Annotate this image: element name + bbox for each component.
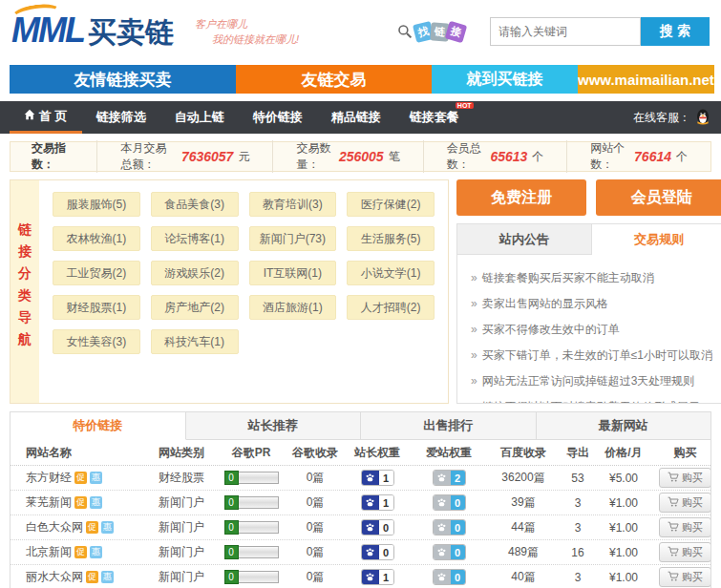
nav-item-label: 自动上链 — [175, 109, 224, 126]
pr-bar — [239, 496, 279, 509]
google-index-count: 0篇 — [287, 470, 343, 486]
nav-item-label: 首 页 — [39, 108, 68, 125]
search-button[interactable]: 搜 索 — [641, 17, 710, 46]
nav-item-auto-link[interactable]: 自动上链 — [160, 101, 239, 134]
category-button[interactable]: 工业贸易(2) — [53, 261, 140, 285]
buy-button[interactable]: 购买 — [659, 468, 711, 488]
price-per-month: ¥1.00 — [595, 546, 652, 559]
stat-unit: 个 — [532, 149, 543, 165]
stat-trade-count: 交易数量： 256005 笔 — [272, 140, 422, 173]
paw-icon — [434, 495, 451, 510]
rule-bullet-icon: » — [471, 323, 477, 336]
site-category: 新闻门户 — [148, 544, 215, 560]
category-button[interactable]: 游戏娱乐(2) — [151, 261, 239, 285]
tag-connect-icon: 接 — [445, 20, 468, 43]
login-button[interactable]: 会员登陆 — [596, 179, 721, 216]
category-button[interactable]: 新闻门户(73) — [249, 226, 337, 251]
promo-banner: 友情链接买卖 友链交易 就到买链接 www.maimailian.net — [10, 65, 711, 94]
google-index-count: 0篇 — [287, 519, 343, 536]
rule-item[interactable]: »卖家出售网站的显示风格 — [471, 296, 712, 312]
category-button[interactable]: 酒店旅游(1) — [249, 295, 337, 320]
rule-bullet-icon: » — [471, 400, 477, 404]
tab-newest-sites[interactable]: 最新网站 — [537, 412, 711, 439]
register-button[interactable]: 免费注册 — [456, 179, 586, 216]
tab-special-links[interactable]: 特价链接 — [11, 412, 186, 440]
category-button[interactable]: 论坛博客(1) — [151, 226, 239, 251]
site-name-link[interactable]: 白色大众网 — [26, 519, 83, 536]
paw-icon — [362, 570, 379, 584]
site-category: 新闻门户 — [148, 569, 215, 585]
pr-bar — [239, 546, 279, 558]
stat-value: 256005 — [339, 149, 384, 164]
tab-trade-rules[interactable]: 交易规则 — [591, 224, 721, 255]
rule-item[interactable]: »网站无法正常访问或掉链超过3天处理规则 — [471, 373, 712, 389]
nav-item-link-packages[interactable]: 链接套餐 HOT — [395, 101, 474, 134]
site-name-link[interactable]: 丽水大众网 — [26, 569, 83, 585]
buy-button[interactable]: 购买 — [659, 567, 711, 587]
category-button[interactable]: 生活服务(5) — [347, 226, 435, 251]
aizhan-weight-badge: 2 — [433, 470, 466, 486]
banner-segment-link-trade[interactable]: 友链交易 — [236, 65, 432, 94]
site-name-link[interactable]: 莱芜新闻 — [26, 494, 72, 511]
tab-sales-ranking[interactable]: 出售排行 — [361, 412, 537, 439]
category-button[interactable]: IT互联网(1) — [249, 261, 337, 285]
site-category: 新闻门户 — [148, 519, 215, 536]
stat-unit: 元 — [238, 149, 249, 165]
category-button[interactable]: 科技汽车(1) — [151, 329, 239, 354]
nav-item-home[interactable]: 首 页 — [10, 101, 82, 134]
category-button[interactable]: 小说文学(1) — [347, 261, 435, 285]
category-button[interactable]: 教育培训(3) — [249, 192, 337, 217]
promo-badge-icon: 促 — [74, 546, 87, 558]
home-icon — [24, 109, 35, 123]
category-button[interactable]: 人才招聘(2) — [347, 295, 435, 320]
pr-value: 0 — [224, 545, 239, 559]
promo-badge-icon: 促 — [74, 496, 87, 509]
qq-penguin-icon — [694, 108, 711, 128]
nav-item-link-filter[interactable]: 链接筛选 — [82, 101, 160, 134]
category-button[interactable]: 房产地产(2) — [151, 295, 239, 320]
category-button[interactable]: 女性美容(3) — [53, 329, 140, 354]
search-input[interactable] — [490, 17, 641, 46]
outbound-count: 16 — [561, 546, 595, 559]
nav-item-special-links[interactable]: 特价链接 — [239, 101, 317, 134]
online-service[interactable]: 在线客服： — [633, 101, 711, 134]
banner-segment-site-url[interactable]: www.maimailian.net — [578, 65, 714, 94]
rule-item[interactable]: »链接套餐购买后买家不能主动取消 — [471, 270, 712, 286]
site-logo[interactable]: MML 买卖链 — [11, 10, 174, 52]
category-button[interactable]: 农林牧渔(1) — [53, 226, 140, 251]
tab-site-announcements[interactable]: 站内公告 — [457, 224, 591, 255]
category-button[interactable]: 食品美食(3) — [151, 192, 239, 217]
rule-bullet-icon: » — [471, 271, 477, 284]
rule-item[interactable]: »链接不得以以下对搜索引擎无效的形式展示 — [471, 399, 712, 404]
site-name-link[interactable]: 东方财经 — [26, 470, 72, 486]
table-header: 网站名称 网站类别 谷歌PR 谷歌收录 站长权重 爱站权重 百度收录 导出 价格… — [11, 440, 710, 466]
webmaster-weight-badge: 1 — [361, 569, 394, 585]
category-button[interactable]: 医疗保健(2) — [347, 192, 435, 217]
site-name-link[interactable]: 北京新闻 — [26, 544, 72, 560]
tab-webmaster-picks[interactable]: 站长推荐 — [186, 412, 362, 439]
banner-segment-buy-links[interactable]: 就到买链接 — [432, 65, 578, 94]
search-icon — [397, 24, 413, 39]
category-button[interactable]: 服装服饰(5) — [53, 192, 140, 217]
cart-icon — [668, 546, 679, 559]
buy-button[interactable]: 购买 — [659, 493, 711, 513]
banner-segment-friend-links[interactable]: 友情链接买卖 — [10, 65, 236, 94]
deal-badge-icon: 惠 — [90, 546, 102, 558]
buy-button[interactable]: 购买 — [659, 517, 711, 537]
price-per-month: ¥1.00 — [595, 571, 652, 584]
table-body: 东方财经促惠财经股票00篇1236200篇53¥5.00购买莱芜新闻促惠新闻门户… — [11, 466, 710, 588]
category-button[interactable]: 财经股票(1) — [53, 295, 140, 320]
nav-item-premium-links[interactable]: 精品链接 — [317, 101, 395, 134]
rule-bullet-icon: » — [471, 348, 477, 362]
buy-button[interactable]: 购买 — [659, 542, 711, 562]
col-google-index: 谷歌收录 — [287, 445, 343, 461]
nav-item-label: 链接筛选 — [96, 109, 146, 126]
rule-item[interactable]: »买家下错订单，未生效的订单≤1小时可以取消 — [471, 347, 712, 364]
main-content: 链接分类导航 服装服饰(5)食品美食(3)教育培训(3)医疗保健(2)农林牧渔(… — [10, 179, 711, 404]
google-index-count: 0篇 — [287, 544, 343, 560]
trade-index-bar: 交易指数： 本月交易总额： 7636057 元 交易数量： 256005 笔 会… — [10, 141, 711, 172]
col-google-pr: 谷歌PR — [215, 445, 287, 461]
price-per-month: ¥5.00 — [595, 472, 652, 485]
paw-icon — [362, 520, 379, 535]
rule-item[interactable]: »买家不得修改生效中的订单 — [471, 322, 712, 338]
